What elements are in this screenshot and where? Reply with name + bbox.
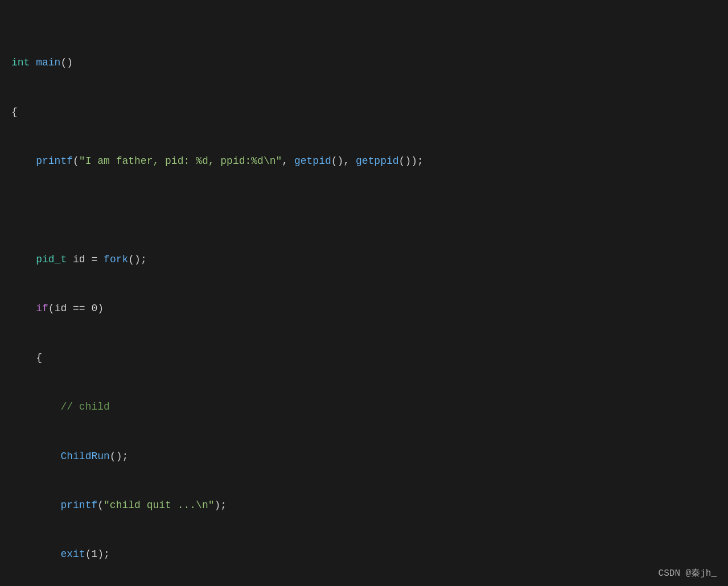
line-1: int main(): [11, 55, 717, 71]
line-6: if(id == 0): [11, 300, 717, 317]
line-3: printf("I am father, pid: %d, ppid:%d\n"…: [11, 153, 717, 170]
code-block: int main() { printf("I am father, pid: %…: [0, 0, 728, 586]
line-2: {: [11, 104, 717, 121]
line-9: ChildRun();: [11, 448, 717, 465]
line-7: {: [11, 350, 717, 366]
line-5: pid_t id = fork();: [11, 251, 717, 268]
line-8: // child: [11, 399, 717, 415]
watermark-text: CSDN @秦jh_: [659, 567, 717, 579]
line-4: [11, 203, 717, 219]
line-10: printf("child quit ...\n");: [11, 497, 717, 514]
line-11: exit(1);: [11, 546, 717, 563]
